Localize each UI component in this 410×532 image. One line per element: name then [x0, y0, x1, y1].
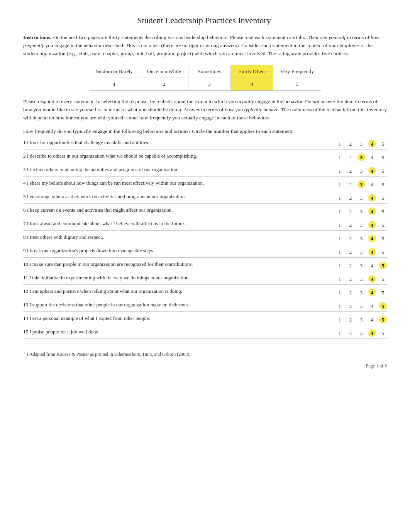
scale-num-3[interactable]: 3: [357, 316, 365, 323]
scale-num-2[interactable]: 2: [347, 167, 354, 175]
rating-value-3: 3: [188, 78, 230, 91]
scale-num-2[interactable]: 2: [347, 207, 354, 215]
rating-header-4: Fairly Often: [230, 65, 273, 78]
scale-num-5[interactable]: 5: [379, 329, 387, 337]
scale-num-3[interactable]: 3: [357, 235, 365, 242]
scale-num-1[interactable]: 1: [336, 316, 344, 323]
scale-num-3[interactable]: 3: [357, 289, 365, 296]
scale-num-5[interactable]: 5: [379, 140, 387, 148]
table-row: 10 I make sure that people in our organi…: [23, 261, 387, 271]
scale-num-3[interactable]: 3: [357, 329, 365, 337]
scale-num-4[interactable]: 4: [368, 248, 376, 256]
item-scale-5: 12345: [336, 193, 387, 202]
item-scale-4: 12345: [336, 180, 387, 188]
scale-num-4[interactable]: 4: [368, 221, 376, 229]
scale-num-4[interactable]: 4: [368, 194, 376, 202]
scale-num-1[interactable]: 1: [336, 248, 344, 256]
scale-num-4[interactable]: 4: [368, 180, 376, 188]
scale-num-4[interactable]: 4: [368, 262, 376, 269]
item-text-6: 6 I keep current on events and activitie…: [23, 207, 336, 214]
table-row: 2 I describe to others in our organizati…: [23, 153, 387, 163]
item-scale-3: 12345: [336, 166, 387, 175]
scale-num-3[interactable]: 3: [357, 180, 365, 188]
scale-num-3[interactable]: 3: [357, 262, 365, 269]
scale-num-1[interactable]: 1: [336, 235, 344, 242]
scale-num-4[interactable]: 4: [368, 329, 376, 337]
scale-num-3[interactable]: 3: [357, 140, 365, 148]
scale-num-2[interactable]: 2: [347, 140, 354, 148]
scale-num-4[interactable]: 4: [368, 207, 376, 215]
scale-num-4[interactable]: 4: [368, 167, 376, 175]
scale-num-1[interactable]: 1: [336, 275, 344, 283]
item-scale-15: 12345: [336, 328, 387, 337]
item-text-11: 11 I take initiative in experimenting wi…: [23, 274, 336, 282]
scale-num-2[interactable]: 2: [347, 316, 354, 323]
scale-num-2[interactable]: 2: [347, 153, 354, 161]
scale-num-2[interactable]: 2: [347, 302, 354, 310]
scale-num-4[interactable]: 4: [368, 316, 376, 323]
item-scale-7: 12345: [336, 220, 387, 229]
table-row: 12 I am upbeat and positive when talking…: [23, 288, 387, 298]
scale-num-5[interactable]: 5: [379, 167, 387, 175]
scale-num-4[interactable]: 4: [368, 235, 376, 242]
item-text-2: 2 I describe to others in our organizati…: [23, 153, 336, 160]
scale-num-2[interactable]: 2: [347, 329, 354, 337]
scale-num-4[interactable]: 4: [368, 153, 376, 161]
scale-num-1[interactable]: 1: [336, 140, 344, 148]
scale-num-1[interactable]: 1: [336, 153, 344, 161]
scale-num-3[interactable]: 3: [357, 194, 365, 202]
rating-header-3: Sometimes: [188, 65, 230, 78]
scale-num-1[interactable]: 1: [336, 180, 344, 188]
scale-num-5[interactable]: 5: [379, 302, 387, 310]
scale-num-5[interactable]: 5: [379, 153, 387, 161]
scale-num-2[interactable]: 2: [347, 275, 354, 283]
scale-num-5[interactable]: 5: [379, 194, 387, 202]
frequency-question: How frequently do you typically engage i…: [23, 127, 387, 135]
scale-num-4[interactable]: 4: [368, 302, 376, 310]
scale-num-2[interactable]: 2: [347, 289, 354, 296]
scale-num-5[interactable]: 5: [379, 289, 387, 296]
item-text-14: 14 I set a personal example of what I ex…: [23, 315, 336, 322]
scale-num-3[interactable]: 3: [357, 248, 365, 256]
scale-num-1[interactable]: 1: [336, 302, 344, 310]
item-scale-2: 12345: [336, 153, 387, 161]
rating-value-1: 1: [89, 78, 140, 91]
scale-num-2[interactable]: 2: [347, 248, 354, 256]
item-scale-8: 12345: [336, 234, 387, 242]
scale-num-5[interactable]: 5: [379, 316, 387, 323]
item-text-13: 13 I support the decisions that other pe…: [23, 301, 336, 309]
scale-num-3[interactable]: 3: [357, 167, 365, 175]
scale-num-5[interactable]: 5: [379, 262, 387, 269]
scale-num-2[interactable]: 2: [347, 235, 354, 242]
scale-num-2[interactable]: 2: [347, 262, 354, 269]
scale-num-1[interactable]: 1: [336, 262, 344, 269]
scale-num-1[interactable]: 1: [336, 329, 344, 337]
table-row: 7 I look ahead and communicate about wha…: [23, 220, 387, 231]
scale-num-3[interactable]: 3: [357, 302, 365, 310]
scale-num-2[interactable]: 2: [347, 180, 354, 188]
scale-num-4[interactable]: 4: [368, 140, 376, 148]
scale-num-2[interactable]: 2: [347, 194, 354, 202]
scale-num-3[interactable]: 3: [357, 221, 365, 229]
scale-num-1[interactable]: 1: [336, 167, 344, 175]
table-row: 13 I support the decisions that other pe…: [23, 301, 387, 312]
scale-num-5[interactable]: 5: [379, 248, 387, 256]
scale-num-5[interactable]: 5: [379, 275, 387, 283]
scale-num-1[interactable]: 1: [336, 289, 344, 296]
scale-num-3[interactable]: 3: [357, 153, 365, 161]
scale-num-1[interactable]: 1: [336, 221, 344, 229]
scale-num-2[interactable]: 2: [347, 221, 354, 229]
scale-num-4[interactable]: 4: [368, 289, 376, 296]
scale-num-5[interactable]: 5: [379, 180, 387, 188]
table-row: 5 I encourage others as they work on act…: [23, 193, 387, 204]
table-row: 1 I look for opportunities that challeng…: [23, 139, 387, 150]
scale-num-5[interactable]: 5: [379, 221, 387, 229]
scale-num-5[interactable]: 5: [379, 207, 387, 215]
scale-num-5[interactable]: 5: [379, 235, 387, 242]
scale-num-3[interactable]: 3: [357, 275, 365, 283]
item-text-10: 10 I make sure that people in our organi…: [23, 261, 336, 268]
scale-num-1[interactable]: 1: [336, 207, 344, 215]
scale-num-3[interactable]: 3: [357, 207, 365, 215]
scale-num-4[interactable]: 4: [368, 275, 376, 283]
scale-num-1[interactable]: 1: [336, 194, 344, 202]
